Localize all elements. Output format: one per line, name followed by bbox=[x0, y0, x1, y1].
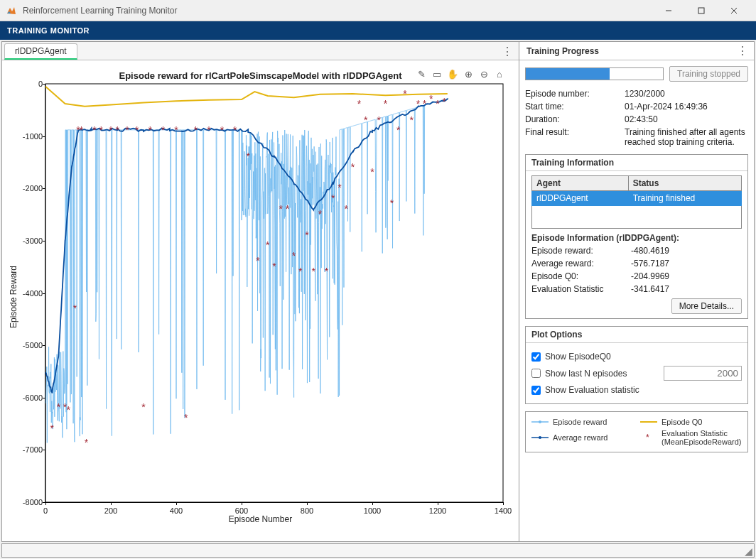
svg-text:*: * bbox=[377, 114, 381, 126]
table-row[interactable]: rlDDPGAgent Training finished bbox=[532, 191, 742, 206]
col-agent: Agent bbox=[532, 176, 629, 191]
episode-info-row: Episode reward:-480.4619 bbox=[531, 246, 742, 256]
svg-text:*: * bbox=[115, 124, 119, 136]
svg-text:*: * bbox=[409, 114, 414, 126]
svg-point-59 bbox=[539, 420, 541, 423]
svg-text:*: * bbox=[416, 98, 421, 109]
close-button[interactable] bbox=[718, 0, 750, 21]
chart-area: ✎ ▭ ✋ ⊕ ⊖ ⌂ Episode reward for rlCartPol… bbox=[2, 60, 519, 541]
y-tick-label: -1000 bbox=[11, 132, 43, 141]
svg-text:*: * bbox=[423, 98, 427, 109]
y-tick-label: -4000 bbox=[11, 289, 43, 298]
svg-text:*: * bbox=[50, 423, 54, 434]
training-info-title: Training Information bbox=[526, 155, 747, 171]
y-tick-label: -6000 bbox=[11, 394, 43, 402]
svg-text:*: * bbox=[646, 433, 649, 442]
svg-text:*: * bbox=[351, 161, 355, 173]
plot-options-title: Plot Options bbox=[526, 327, 747, 343]
show-eval-label[interactable]: Show Evaluation statistic bbox=[545, 385, 639, 395]
chart-pane: rlDDPGAgent ⋮ ✎ ▭ ✋ ⊕ ⊖ ⌂ Episode reward… bbox=[2, 42, 519, 541]
tab-bar: rlDDPGAgent ⋮ bbox=[2, 42, 519, 60]
svg-rect-4 bbox=[45, 84, 503, 502]
more-details-button[interactable]: More Details... bbox=[671, 298, 742, 314]
svg-text:*: * bbox=[298, 266, 303, 277]
svg-text:*: * bbox=[370, 166, 374, 178]
svg-text:*: * bbox=[220, 124, 225, 136]
svg-text:*: * bbox=[256, 255, 260, 266]
svg-text:*: * bbox=[141, 401, 146, 413]
zoomin-icon[interactable]: ⊕ bbox=[462, 67, 475, 80]
y-tick-label: 0 bbox=[11, 80, 43, 88]
table-row bbox=[532, 206, 742, 229]
x-tick-label: 1000 bbox=[364, 506, 381, 515]
toolstrip-label: TRAINING MONITOR bbox=[7, 26, 90, 35]
plot-svg: ****************************************… bbox=[45, 84, 503, 502]
brush-icon[interactable]: ✎ bbox=[415, 67, 428, 80]
svg-text:*: * bbox=[148, 124, 152, 136]
svg-text:*: * bbox=[135, 124, 139, 136]
svg-text:*: * bbox=[99, 124, 103, 136]
svg-text:*: * bbox=[66, 404, 70, 416]
show-eval-checkbox[interactable] bbox=[531, 386, 541, 395]
svg-text:*: * bbox=[344, 203, 348, 215]
svg-text:*: * bbox=[125, 124, 129, 136]
plot-options-group: Plot Options Show EpisodeQ0 Show last N … bbox=[525, 326, 748, 404]
home-icon[interactable]: ⌂ bbox=[493, 67, 506, 80]
y-tick-label: -5000 bbox=[11, 341, 43, 349]
svg-text:*: * bbox=[73, 303, 77, 314]
axes[interactable]: ****************************************… bbox=[45, 84, 503, 503]
x-tick-label: 800 bbox=[301, 506, 313, 515]
svg-text:*: * bbox=[390, 197, 394, 209]
datatip-icon[interactable]: ▭ bbox=[431, 67, 443, 80]
episode-info-row: Episode Q0:-204.9969 bbox=[531, 271, 742, 281]
last-n-input[interactable] bbox=[664, 366, 742, 381]
svg-text:*: * bbox=[436, 98, 440, 109]
maximize-button[interactable] bbox=[685, 0, 718, 21]
progress-row: Final result:Training finished after all… bbox=[525, 127, 748, 147]
pan-icon[interactable]: ✋ bbox=[446, 67, 459, 80]
legend: Episode reward Episode Q0 Average reward… bbox=[525, 411, 748, 452]
svg-text:*: * bbox=[396, 124, 401, 136]
panel-menu-icon[interactable]: ⋮ bbox=[737, 44, 748, 58]
resize-grip-icon[interactable]: ◢ bbox=[745, 546, 752, 557]
progress-row: Start time:01-Apr-2024 16:49:36 bbox=[525, 102, 748, 112]
svg-text:*: * bbox=[161, 124, 166, 136]
x-tick-label: 0 bbox=[43, 506, 48, 515]
svg-text:*: * bbox=[318, 208, 323, 219]
x-axis-label: Episode Number bbox=[229, 514, 292, 524]
svg-text:*: * bbox=[325, 266, 329, 277]
svg-text:*: * bbox=[109, 124, 113, 136]
svg-text:*: * bbox=[207, 124, 211, 136]
svg-text:*: * bbox=[292, 250, 296, 261]
svg-text:*: * bbox=[305, 229, 309, 241]
zoomout-icon[interactable]: ⊖ bbox=[477, 67, 490, 80]
x-tick-label: 400 bbox=[170, 506, 183, 515]
content-area: rlDDPGAgent ⋮ ✎ ▭ ✋ ⊕ ⊖ ⌂ Episode reward… bbox=[1, 41, 755, 542]
show-q0-label[interactable]: Show EpisodeQ0 bbox=[545, 352, 611, 362]
svg-text:*: * bbox=[311, 266, 315, 277]
col-status: Status bbox=[628, 176, 741, 191]
x-tick-label: 200 bbox=[104, 506, 117, 515]
episode-info-row: Average reward:-576.7187 bbox=[531, 259, 742, 268]
training-information-group: Training Information Agent Status rlDDPG… bbox=[525, 154, 748, 319]
show-last-n-label[interactable]: Show last N episodes bbox=[545, 369, 627, 379]
training-progress-header: Training Progress ⋮ bbox=[519, 42, 754, 60]
show-q0-checkbox[interactable] bbox=[531, 352, 541, 362]
show-last-n-checkbox[interactable] bbox=[531, 369, 541, 378]
legend-average-reward: Average reward bbox=[531, 429, 633, 446]
svg-text:*: * bbox=[246, 151, 250, 162]
y-tick-label: -3000 bbox=[11, 237, 43, 245]
svg-text:*: * bbox=[429, 93, 433, 104]
svg-text:*: * bbox=[338, 182, 342, 193]
matlab-logo-icon bbox=[6, 5, 17, 16]
svg-text:*: * bbox=[57, 401, 61, 413]
tab-agent[interactable]: rlDDPGAgent bbox=[4, 43, 77, 60]
minimize-button[interactable] bbox=[652, 0, 685, 21]
svg-point-62 bbox=[539, 436, 541, 439]
tab-menu-icon[interactable]: ⋮ bbox=[502, 45, 513, 58]
episode-info-title: Episode Information (rlDDPGAgent): bbox=[531, 233, 742, 243]
training-stopped-button: Training stopped bbox=[669, 66, 748, 82]
progress-bar bbox=[525, 67, 664, 80]
progress-row: Duration:02:43:50 bbox=[525, 114, 748, 124]
y-tick-label: -8000 bbox=[11, 498, 43, 506]
